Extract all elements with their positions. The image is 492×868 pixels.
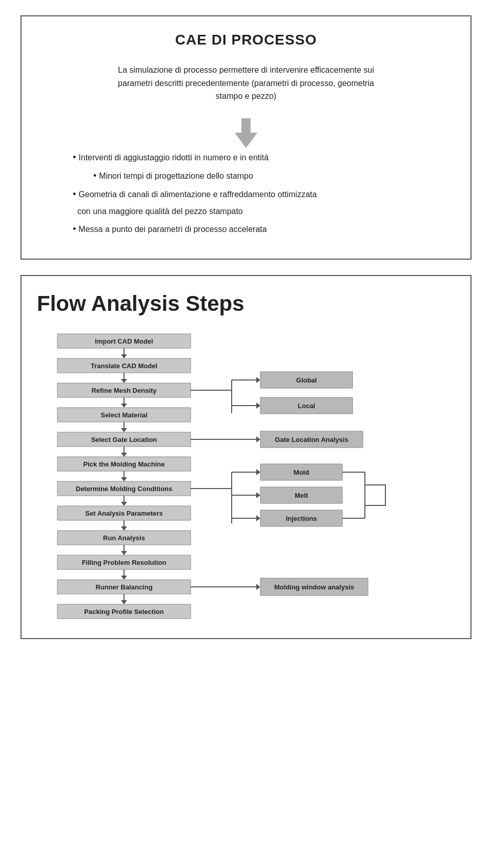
mold-label: Mold	[294, 469, 309, 476]
step-refine-label: Refine Mesh Density	[91, 387, 157, 394]
arrowhead-2	[121, 379, 127, 383]
bullet-list: Interventi di aggiustaggio ridotti in nu…	[42, 148, 450, 238]
step-import-cad-label: Import CAD Model	[95, 337, 153, 345]
step-material-label: Select Material	[100, 411, 147, 419]
step-run-analysis-label: Run Analysis	[103, 534, 145, 542]
top-title: CAE DI PROCESSO	[42, 32, 450, 48]
bullet-3: Geometria di canali di alimentazione e r…	[73, 185, 450, 220]
arrowhead-mold	[256, 469, 260, 475]
step-translate-label: Translate CAD Model	[91, 362, 157, 370]
arrowhead-melt	[256, 492, 260, 498]
arrowhead-8	[121, 526, 127, 531]
loop-bracket	[365, 485, 385, 505]
molding-window-label: Molding window analysis	[274, 583, 354, 591]
arrowhead-5	[121, 453, 127, 457]
arrowhead-injections	[256, 515, 260, 521]
bullet-2: Minori tempi di progettazione dello stam…	[73, 166, 450, 185]
arrowhead-global	[256, 377, 260, 383]
bottom-section: Flow Analysis Steps Import CAD Model Tra…	[20, 275, 471, 639]
step-conditions-label: Determine Molding Conditions	[76, 485, 173, 493]
gate-analysis-label: Gate Location Analysis	[275, 436, 348, 443]
global-label: Global	[296, 376, 317, 384]
flow-title: Flow Analysis Steps	[37, 291, 455, 316]
local-label: Local	[298, 402, 315, 410]
arrowhead-local	[256, 403, 260, 409]
bullet-4: Messa a punto dei parametri di processo …	[73, 220, 450, 238]
arrowhead-9	[121, 551, 127, 555]
arrowhead-4	[121, 428, 127, 432]
arrowhead-window	[256, 584, 260, 590]
arrowhead-6	[121, 477, 127, 481]
arrowhead-7	[121, 502, 127, 506]
top-section: CAE DI PROCESSO La simulazione di proces…	[20, 15, 471, 260]
down-arrow	[42, 118, 450, 148]
bullet-1: Interventi di aggiustaggio ridotti in nu…	[73, 148, 450, 166]
arrowhead-gate	[256, 436, 260, 442]
arrowhead-1	[121, 354, 127, 358]
step-filling-label: Filling Problem Resolution	[82, 559, 167, 566]
flow-svg: Import CAD Model Translate CAD Model Ref…	[37, 329, 488, 616]
step-molding-machine-label: Pick the Molding Machine	[84, 460, 165, 468]
step-runner-label: Runner Balancing	[95, 583, 152, 591]
injections-label: Injections	[286, 515, 317, 522]
arrowhead-3	[121, 404, 127, 408]
top-intro: La simulazione di processo permettere di…	[42, 63, 450, 103]
arrowhead-11	[121, 600, 127, 604]
step-analysis-params-label: Set Analysis Parameters	[85, 510, 162, 517]
step-packing-label: Packing Profile Selection	[84, 608, 163, 616]
step-gate-label: Select Gate Location	[91, 436, 157, 443]
melt-label: Melt	[295, 492, 309, 499]
arrowhead-10	[121, 576, 127, 580]
flow-diagram: Import CAD Model Translate CAD Model Ref…	[37, 329, 488, 618]
